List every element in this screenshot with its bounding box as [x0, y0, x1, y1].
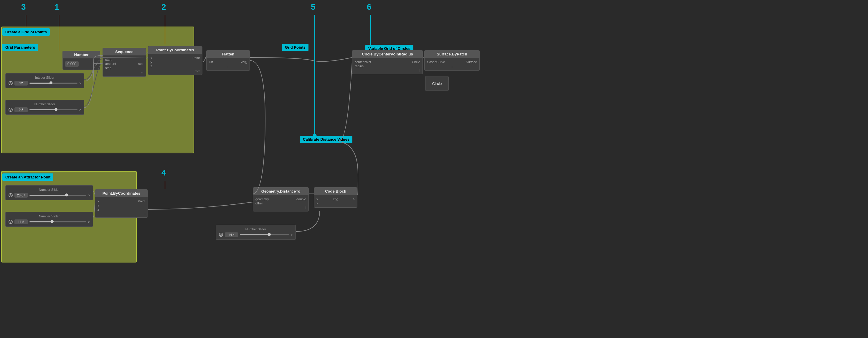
- nsa2-value[interactable]: 11.5: [14, 220, 28, 224]
- ns-bottom-arrow[interactable]: >: [291, 233, 292, 236]
- nsa1-value[interactable]: 28.67: [14, 193, 28, 198]
- point-by-coordinates-1[interactable]: Point.ByCoordinates x Point y z xxx: [148, 46, 203, 75]
- group-label-grid-points: Grid Points: [282, 44, 309, 51]
- cb-port-x: x: [316, 197, 318, 201]
- group-label-calibrate: Calibrate Distance Values: [300, 136, 352, 143]
- pbc2-port-y: y: [97, 203, 99, 207]
- number-slider-1[interactable]: Number Slider ⊙ 9.3 >: [5, 100, 84, 115]
- nsa2-header: Number Slider: [8, 215, 90, 218]
- annotation-6: 6: [367, 2, 372, 12]
- cb-arrow[interactable]: >: [353, 198, 355, 201]
- nsa2-arrow[interactable]: >: [88, 220, 90, 224]
- seq-port-step: step: [105, 66, 112, 69]
- pbc1-header: Point.ByCoordinates: [148, 46, 202, 54]
- annotation-5: 5: [311, 2, 315, 12]
- code-block[interactable]: Code Block x x/y; > y: [314, 187, 358, 208]
- number-slider-attractor-1[interactable]: Number Slider ⊙ 28.67 >: [5, 185, 93, 200]
- circle-by-center-point-radius[interactable]: Circle.ByCenterPointRadius centerPoint C…: [352, 50, 423, 74]
- annotation-2: 2: [161, 2, 166, 12]
- canvas: 1 2 3 4 5 6 Create a Grid of Points Grid…: [0, 0, 868, 338]
- integer-slider-circle-icon: ⊙: [8, 81, 13, 85]
- surface-by-patch[interactable]: Surface.ByPatch closedCurve Surface l: [424, 50, 480, 71]
- gdt-port-geometry: geometry: [255, 197, 269, 201]
- gdt-port-other: other: [255, 201, 263, 205]
- ns-bottom-value[interactable]: 14.4: [225, 232, 238, 237]
- ns1-circle-icon: ⊙: [8, 108, 13, 112]
- nsa1-icon: ⊙: [8, 193, 13, 197]
- integer-slider-arrow[interactable]: >: [79, 82, 81, 85]
- pbc1-port-point: Point: [192, 56, 200, 60]
- seq-port-amount: amount: [105, 62, 116, 65]
- pbc1-port-z: z: [151, 64, 152, 68]
- pbc2-header: Point.ByCoordinates: [95, 190, 148, 197]
- cbcpr-header: Circle.ByCenterPointRadius: [352, 51, 423, 58]
- sbp-port-surface: Surface: [466, 60, 477, 64]
- cb-header: Code Block: [314, 188, 357, 195]
- integer-slider-track[interactable]: [29, 83, 78, 84]
- cb-port-y: y: [316, 201, 318, 205]
- flatten-port-varlist: var[]: [241, 60, 247, 64]
- annotation-1: 1: [55, 2, 59, 12]
- geometry-distance-to[interactable]: Geometry.DistanceTo geometry double othe…: [253, 187, 309, 212]
- number-node[interactable]: Number 0.000 >: [62, 51, 100, 70]
- point-by-coordinates-2[interactable]: Point.ByCoordinates x Point y z l: [95, 189, 148, 218]
- ns-bottom-track[interactable]: [240, 234, 289, 235]
- number-slider-attractor-2[interactable]: Number Slider ⊙ 11.5 >: [5, 212, 93, 227]
- number-slider-bottom[interactable]: Number Slider ⊙ 14.4 >: [216, 225, 296, 240]
- ns1-value[interactable]: 9.3: [14, 107, 28, 112]
- sbp-header: Surface.ByPatch: [425, 51, 479, 58]
- nsa2-track[interactable]: [29, 221, 86, 222]
- annotation-3: 3: [21, 2, 26, 12]
- sequence-header: Sequence: [103, 48, 146, 55]
- group-label-attractor: Create an Attractor Point: [2, 173, 53, 181]
- ns-bottom-header: Number Slider: [219, 227, 292, 231]
- circle-label-node: Circle: [425, 76, 449, 91]
- group-label-grid-parameters: Grid Parameters: [2, 44, 38, 51]
- number-node-header: Number: [63, 51, 100, 58]
- circle-label: Circle: [432, 81, 442, 86]
- flatten-node[interactable]: Flatten list var[] l: [206, 50, 250, 71]
- sbp-port-closed: closedCurve: [427, 60, 445, 64]
- pbc1-port-y: y: [151, 60, 152, 64]
- nsa1-arrow[interactable]: >: [88, 194, 90, 197]
- flatten-port-list: list: [209, 60, 213, 64]
- ns-bottom-icon: ⊙: [219, 233, 223, 237]
- cb-expr: x/y;: [333, 197, 338, 201]
- number-slider-1-header: Number Slider: [8, 102, 81, 106]
- cbcpr-port-circle: Circle: [412, 60, 420, 64]
- seq-port-seq: seq: [138, 62, 144, 65]
- pbc2-port-point: Point: [138, 199, 145, 203]
- seq-port-start: start: [105, 58, 112, 61]
- ns1-arrow[interactable]: >: [79, 108, 81, 112]
- nsa2-icon: ⊙: [8, 220, 13, 224]
- pbc2-port-z: z: [97, 208, 99, 211]
- cbcpr-port-radius: radius: [355, 64, 364, 68]
- flatten-header: Flatten: [207, 51, 250, 58]
- gdt-header: Geometry.DistanceTo: [253, 188, 309, 195]
- integer-slider[interactable]: Integer Slider ⊙ 12 >: [5, 73, 84, 88]
- sequence-node[interactable]: Sequence start amount seq step !!!: [102, 48, 146, 77]
- ns1-track[interactable]: [29, 109, 78, 110]
- integer-slider-value[interactable]: 12: [14, 81, 28, 86]
- integer-slider-header: Integer Slider: [8, 76, 81, 79]
- number-value[interactable]: 0.000: [65, 61, 79, 67]
- nsa1-header: Number Slider: [8, 188, 90, 191]
- nsa1-track[interactable]: [29, 195, 86, 196]
- gdt-port-double: double: [297, 197, 306, 201]
- pbc2-port-x: x: [97, 199, 99, 203]
- cbcpr-port-center: centerPoint: [355, 60, 371, 64]
- pbc1-port-x: x: [151, 56, 152, 60]
- group-label-create-grid: Create a Grid of Points: [2, 28, 50, 36]
- annotation-4: 4: [161, 168, 166, 177]
- number-arrow[interactable]: >: [96, 62, 97, 66]
